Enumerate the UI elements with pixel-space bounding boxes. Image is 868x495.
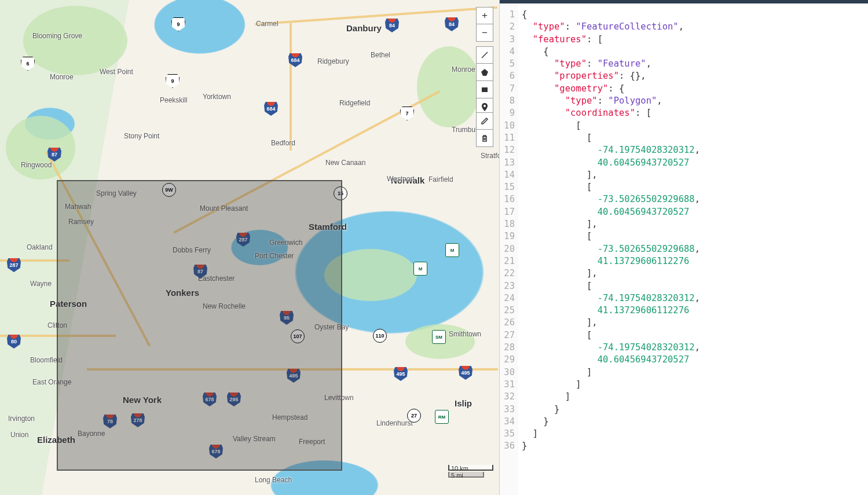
- marker-icon: [480, 102, 489, 112]
- edit-toolbar: [476, 112, 493, 147]
- scale-mi-label: 5 mi: [451, 472, 463, 479]
- polygon-icon: [480, 68, 489, 77]
- edit-layers-button[interactable]: [476, 112, 493, 130]
- road: [290, 23, 292, 151]
- edit-icon: [480, 116, 489, 126]
- trash-icon: [480, 134, 489, 143]
- scale-bar: 10 km 5 mi: [448, 464, 493, 478]
- zoom-in-button[interactable]: +: [476, 7, 493, 24]
- draw-rectangle-button[interactable]: [476, 81, 493, 98]
- zoom-controls: + −: [476, 7, 493, 42]
- code-editor[interactable]: 1234567891011121314151617181920212223242…: [499, 0, 868, 495]
- line-number-gutter: 1234567891011121314151617181920212223242…: [500, 0, 518, 495]
- line-icon: [480, 50, 489, 60]
- scale-km-label: 10 km: [451, 465, 468, 472]
- park-area: [417, 46, 481, 127]
- draw-line-button[interactable]: [476, 46, 493, 64]
- delete-layers-button[interactable]: [476, 130, 493, 147]
- draw-polygon-button[interactable]: [476, 64, 493, 81]
- park-area: [6, 116, 75, 179]
- park-area: [405, 324, 475, 359]
- zoom-out-button[interactable]: −: [476, 24, 493, 42]
- rectangle-icon: [480, 85, 489, 94]
- draw-toolbar: [476, 46, 493, 116]
- drawn-rectangle[interactable]: [57, 180, 342, 471]
- svg-rect-0: [482, 87, 488, 92]
- geojson-code[interactable]: { "type": "FeatureCollection", "features…: [518, 0, 868, 495]
- park-area: [23, 6, 127, 75]
- editor-tab-bar: [500, 0, 868, 3]
- svg-point-1: [484, 105, 486, 107]
- map-pane[interactable]: New YorkYonkersStamfordPatersonElizabeth…: [0, 0, 499, 495]
